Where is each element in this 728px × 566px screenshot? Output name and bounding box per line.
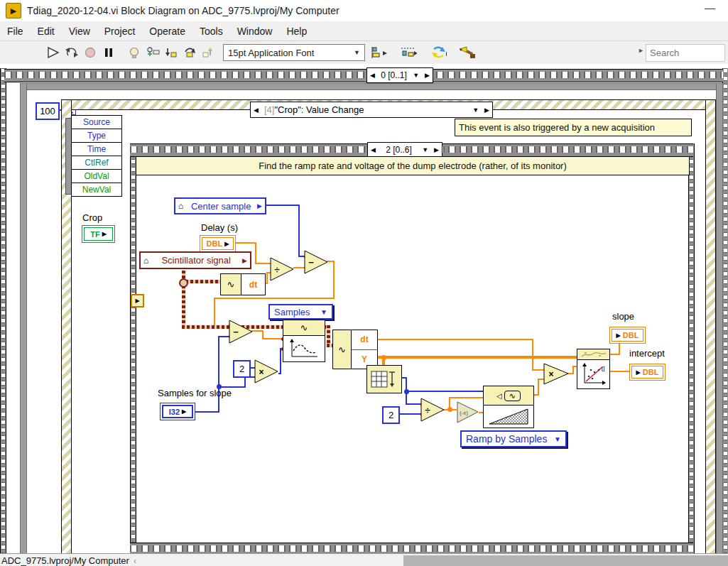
abort-button[interactable] xyxy=(82,45,99,60)
wire xyxy=(398,413,421,415)
free-label-comment[interactable]: This event is also triggered by a new ac… xyxy=(455,119,692,136)
waveform-dt-property-node[interactable]: ∿ dt xyxy=(220,273,266,295)
event-data-node[interactable]: Source Type Time CtlRef OldVal NewVal xyxy=(71,115,122,197)
multiply-node[interactable]: × xyxy=(254,359,278,386)
event-data-item-source[interactable]: Source xyxy=(72,116,121,129)
prev-event-arrow[interactable]: ◀ xyxy=(251,107,261,114)
chevron-down-icon: ▼ xyxy=(354,49,360,56)
event-data-item-ctlref[interactable]: CtlRef xyxy=(72,156,121,170)
svg-text:÷: ÷ xyxy=(425,405,430,415)
wire-junction xyxy=(447,407,452,412)
menu-tools[interactable]: Tools xyxy=(192,23,230,40)
chevron-down-icon[interactable]: ▼ xyxy=(469,107,482,114)
ramp-triangle-icon xyxy=(484,406,533,428)
event-structure-selector[interactable]: ◀ [4] "Crop": Value Change ▼ ▶ xyxy=(250,102,493,118)
pause-button[interactable] xyxy=(100,45,117,60)
ramp-pattern-node[interactable]: ◁ ∿ xyxy=(483,386,534,428)
event-data-item-newval[interactable]: NewVal xyxy=(72,183,121,196)
retain-wire-values-icon[interactable] xyxy=(144,45,161,60)
negate-node[interactable]: (-x) xyxy=(456,401,479,427)
search-expand-arrow[interactable]: ► xyxy=(638,47,644,54)
wire xyxy=(234,242,256,244)
divide-node[interactable]: ÷ xyxy=(270,257,294,284)
prev-frame-arrow[interactable]: ◀ xyxy=(367,72,378,79)
wave-icon: ∿ xyxy=(504,391,521,401)
next-event-arrow[interactable]: ▶ xyxy=(482,107,492,114)
wire xyxy=(293,267,305,268)
numeric-constant[interactable]: 2 xyxy=(382,406,400,424)
align-objects-button[interactable] xyxy=(371,45,389,60)
wire xyxy=(255,242,256,264)
search-input[interactable] xyxy=(646,48,724,58)
slope-dbl-indicator[interactable]: ▶DBL xyxy=(609,327,646,344)
get-waveform-subset-node[interactable]: ∿ xyxy=(283,320,325,362)
resize-objects-button[interactable] xyxy=(430,45,447,60)
ramp-by-samples-enum-constant[interactable]: Ramp by Samples▼ xyxy=(460,430,567,447)
event-data-item-oldval[interactable]: OldVal xyxy=(72,170,121,183)
numeric-constant[interactable]: 2 xyxy=(233,360,251,378)
intercept-dbl-indicator[interactable]: ▶DBL xyxy=(629,364,665,381)
multiply-node[interactable]: × xyxy=(543,363,569,388)
subtract-node[interactable]: − xyxy=(304,250,328,277)
home-icon: ⌂ xyxy=(178,201,183,211)
array-size-node[interactable] xyxy=(366,365,402,393)
menu-window[interactable]: Window xyxy=(230,23,280,40)
wire xyxy=(255,263,271,264)
next-frame-arrow[interactable]: ▶ xyxy=(431,146,442,153)
inner-sequence-selector[interactable]: ◀ 2 [0..6] ▼ ▶ xyxy=(367,142,442,158)
event-structure-right-border xyxy=(705,99,716,556)
run-button[interactable] xyxy=(45,45,62,60)
labview-app-icon: ▶ xyxy=(6,3,21,18)
svg-text:−: − xyxy=(308,257,314,268)
linear-fit-node[interactable]: [] xyxy=(577,349,610,389)
wire xyxy=(266,272,268,284)
svg-text:×: × xyxy=(259,367,264,377)
event-name: "Crop": Value Change xyxy=(274,104,469,115)
chevron-down-icon[interactable]: ▼ xyxy=(419,146,431,153)
event-data-item-type[interactable]: Type xyxy=(72,129,121,143)
step-over-icon[interactable] xyxy=(181,45,198,60)
horizontal-scrollbar[interactable] xyxy=(403,555,728,566)
while-loop-right-border xyxy=(716,83,723,555)
clean-up-diagram-button[interactable] xyxy=(458,45,475,60)
menu-project[interactable]: Project xyxy=(97,23,143,40)
loop-count-constant[interactable]: 100 xyxy=(36,102,60,120)
delay-dbl-terminal[interactable]: DBL▶ xyxy=(200,235,236,252)
input-arrow-icon: ▶ xyxy=(616,332,621,339)
outer-sequence-selector[interactable]: ◀ 0 [0..1] ▼ ▶ xyxy=(366,67,433,83)
chevron-down-icon[interactable]: ▼ xyxy=(410,72,422,79)
sequence-tunnel[interactable]: ▶ xyxy=(131,294,144,308)
distribute-objects-button[interactable] xyxy=(400,45,417,60)
samples-enum-constant[interactable]: Samples▼ xyxy=(268,304,333,320)
crop-boolean-terminal[interactable]: TF▶ xyxy=(82,225,115,243)
center-sample-local-variable[interactable]: ⌂ Center sample ▶ xyxy=(174,197,266,214)
menu-operate[interactable]: Operate xyxy=(142,23,192,40)
wire xyxy=(218,336,219,413)
minimize-button[interactable]: — xyxy=(705,1,715,13)
divide-node[interactable]: ÷ xyxy=(420,398,445,425)
highlight-execution-icon[interactable] xyxy=(126,45,143,60)
event-data-item-time[interactable]: Time xyxy=(72,143,121,156)
menu-file[interactable]: File xyxy=(0,23,31,40)
scintillator-signal-local-variable[interactable]: ⌂ Scintillator signal ▶ xyxy=(139,251,251,269)
inner-sequence-left-border xyxy=(130,143,136,555)
samples-for-slope-i32-terminal[interactable]: I32▶ xyxy=(160,403,195,420)
svg-text:−: − xyxy=(233,327,239,337)
step-into-icon[interactable] xyxy=(163,45,180,60)
menu-view[interactable]: View xyxy=(62,23,97,40)
next-frame-arrow[interactable]: ▶ xyxy=(422,72,433,79)
step-out-icon[interactable] xyxy=(200,45,217,60)
prev-frame-arrow[interactable]: ◀ xyxy=(368,146,379,153)
subtract-node[interactable]: − xyxy=(229,320,253,347)
menu-edit[interactable]: Edit xyxy=(31,23,62,40)
output-arrow-icon: ▶ xyxy=(224,241,229,247)
font-selector[interactable]: 15pt Application Font ▼ xyxy=(223,44,365,61)
search-box[interactable] xyxy=(646,44,725,62)
waveform-wire xyxy=(185,280,221,283)
wire xyxy=(244,376,246,388)
run-continuously-button[interactable] xyxy=(63,45,80,60)
get-waveform-components-node[interactable]: ∿ dt Y xyxy=(332,330,378,369)
execution-target-label[interactable]: ADC_9775.lvproj/My Computer‹ xyxy=(1,555,136,566)
wire xyxy=(214,298,335,299)
menu-help[interactable]: Help xyxy=(279,23,314,40)
